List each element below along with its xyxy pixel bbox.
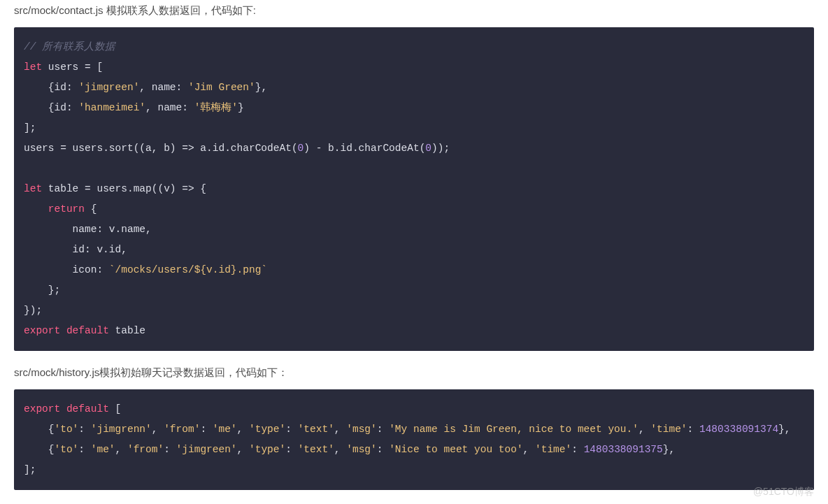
intro-text-1: src/mock/contact.js 模拟联系人数据返回，代码如下: bbox=[14, 4, 814, 17]
code-block-history-js: export default [ {'to': 'jimgrenn', 'fro… bbox=[14, 389, 814, 490]
intro-text-2: src/mock/history.js模拟初始聊天记录数据返回，代码如下： bbox=[14, 366, 814, 380]
document-page: src/mock/contact.js 模拟联系人数据返回，代码如下: // 所… bbox=[0, 0, 828, 504]
code-block-contact-js: // 所有联系人数据 let users = [ {id: 'jimgreen'… bbox=[14, 27, 814, 351]
